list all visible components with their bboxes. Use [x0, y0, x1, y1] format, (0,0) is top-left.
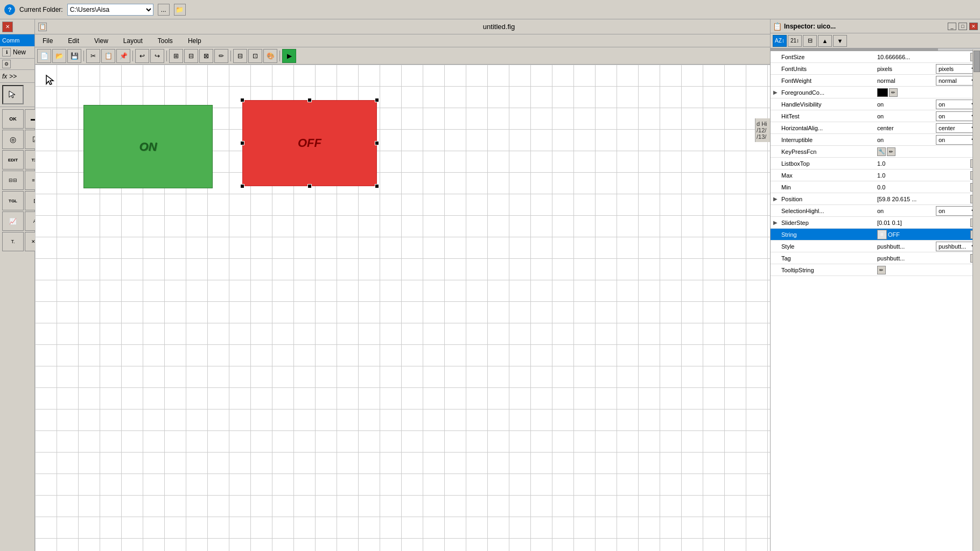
- prop-row-sliderstep[interactable]: ▶SliderStep[0.01 0.1]✏: [771, 217, 980, 229]
- prop-color-box-3[interactable]: [877, 88, 888, 97]
- top-bar: ? Current Folder: C:\Users\Aisa ... 📁: [0, 0, 980, 19]
- paste-btn[interactable]: 📌: [116, 49, 130, 63]
- new-file-btn[interactable]: 📄: [37, 49, 51, 63]
- menu-tools[interactable]: Tools: [155, 36, 176, 46]
- handle-bot-left[interactable]: [240, 184, 244, 188]
- browse-button[interactable]: ...: [158, 4, 170, 16]
- menu-edit[interactable]: Edit: [65, 36, 82, 46]
- canvas-icon[interactable]: 📋: [38, 23, 47, 31]
- folder-path-select[interactable]: C:\Users\Aisa: [67, 4, 153, 16]
- inspector-scrollbar[interactable]: [972, 50, 980, 551]
- grid-btn[interactable]: ⊟: [184, 49, 198, 63]
- right-num-3: /13/: [757, 133, 771, 140]
- prop-row-foregroundco---[interactable]: ▶ForegroundCo...✏: [771, 87, 980, 98]
- on-button[interactable]: ON: [83, 105, 213, 188]
- inspector-maximize-btn[interactable]: □: [958, 23, 967, 30]
- prop-row-string[interactable]: String≡OFF✏: [771, 229, 980, 241]
- radio-tool-btn[interactable]: ◎: [2, 130, 24, 149]
- prop-row-tag[interactable]: Tagpushbutt...✏: [771, 252, 980, 264]
- tab-btn[interactable]: ⊠: [199, 49, 213, 63]
- run-btn[interactable]: ▶: [282, 49, 296, 63]
- off-button-text: OFF: [298, 136, 321, 150]
- off-button[interactable]: OFF: [242, 100, 377, 186]
- snap-btn[interactable]: ⊟: [233, 49, 247, 63]
- textlabel-tool-btn[interactable]: T.: [2, 232, 24, 251]
- prop-row-listboxtop[interactable]: ListboxTop1.0✏: [771, 158, 980, 169]
- color-btn[interactable]: 🎨: [263, 49, 277, 63]
- insp-layout-btn[interactable]: ⊟: [803, 35, 817, 47]
- prop-row-fontunits[interactable]: FontUnitspixelspixels: [771, 63, 980, 75]
- prop-edit-icon-3[interactable]: ✏: [889, 88, 898, 97]
- sidebar-close-button[interactable]: ✕: [2, 22, 13, 32]
- handle-top-left[interactable]: [240, 98, 244, 102]
- menu-file[interactable]: File: [39, 36, 56, 46]
- prop-name-6: HorizontalAlig...: [779, 124, 876, 132]
- insp-props-btn[interactable]: AZ↕: [773, 35, 787, 47]
- prop-row-style[interactable]: Stylepushbutt...pushbutt...: [771, 241, 980, 252]
- handle-bot-right[interactable]: [375, 184, 379, 188]
- inspector-close-btn[interactable]: ✕: [969, 23, 978, 30]
- handle-mid-right[interactable]: [375, 141, 379, 145]
- redo-btn[interactable]: ↪: [150, 49, 164, 63]
- sidebar-gear-icon[interactable]: ⚙: [2, 60, 11, 68]
- help-icon[interactable]: ?: [4, 4, 15, 15]
- inspector-icon: 📋: [773, 22, 782, 31]
- prop-value-area-16: pushbutt...pushbutt...: [876, 241, 980, 252]
- ok-tool-btn[interactable]: OK: [2, 109, 24, 129]
- prop-value-15: OFF: [888, 231, 969, 238]
- prop-row-hittest[interactable]: HitTestonon: [771, 110, 980, 122]
- canvas-title: untitled.fig: [483, 23, 515, 31]
- prop-row-min[interactable]: Min0.0✏: [771, 181, 980, 193]
- cut-btn[interactable]: ✂: [86, 49, 100, 63]
- prop-edit-icon-8[interactable]: ✏: [887, 147, 895, 156]
- cursor-tool-btn[interactable]: [2, 85, 24, 104]
- prop-expand-14[interactable]: ▶: [771, 220, 779, 225]
- prop-expand-12[interactable]: ▶: [771, 196, 779, 202]
- menu-view[interactable]: View: [91, 36, 111, 46]
- edit2-btn[interactable]: ✏: [214, 49, 228, 63]
- menu-help[interactable]: Help: [185, 36, 205, 46]
- prop-row-fontweight[interactable]: FontWeightnormalnormal: [771, 75, 980, 87]
- insp-down-btn[interactable]: ▼: [833, 35, 847, 47]
- fx-bar: fx >>: [0, 70, 34, 83]
- prop-row-position[interactable]: ▶Position[59.8 20.615 ...✏: [771, 193, 980, 205]
- toggle2-tool-btn[interactable]: TGL: [2, 191, 24, 210]
- slider-tool-btn[interactable]: ⊟⊟: [2, 171, 24, 190]
- prop-row-max[interactable]: Max1.0✏: [771, 169, 980, 181]
- prop-row-tooltipstring[interactable]: TooltipString✏: [771, 264, 980, 276]
- scrollbar-thumb[interactable]: [974, 51, 980, 72]
- sidebar-info-icon[interactable]: ℹ: [2, 48, 11, 56]
- inspector-minimize-btn[interactable]: _: [948, 23, 956, 30]
- copy-btn[interactable]: 📋: [101, 49, 115, 63]
- separator-4: [230, 51, 231, 61]
- insp-sort-btn[interactable]: 21↕: [788, 35, 802, 47]
- edit-tool-btn[interactable]: EDIT: [2, 150, 24, 169]
- prop-row-fontsize[interactable]: FontSize10.666666...✏: [771, 51, 980, 63]
- prop-expand-3[interactable]: ▶: [771, 89, 779, 95]
- handle-top-right[interactable]: [375, 98, 379, 102]
- folder-icon-button[interactable]: 📁: [174, 4, 186, 16]
- prop-value-area-0: 10.666666...✏: [876, 52, 980, 62]
- prop-func-icon-8[interactable]: 🔧: [877, 147, 886, 156]
- handle-mid-left[interactable]: [240, 141, 244, 145]
- prop-row-handlevisibility[interactable]: HandleVisibilityonon: [771, 98, 980, 110]
- prop-value-area-3: ✏: [876, 88, 980, 97]
- handle-bot-mid[interactable]: [307, 184, 312, 188]
- insp-up-btn[interactable]: ▲: [818, 35, 832, 47]
- plot-tool-btn[interactable]: 📈: [2, 211, 24, 231]
- open-file-btn[interactable]: 📂: [52, 49, 66, 63]
- align-btn[interactable]: ⊞: [169, 49, 183, 63]
- prop-row-interruptible[interactable]: Interruptibleonon: [771, 134, 980, 146]
- menu-layout[interactable]: Layout: [120, 36, 146, 46]
- menu2-btn[interactable]: ⊡: [248, 49, 262, 63]
- prop-row-horizontalalig---[interactable]: HorizontalAlig...centercenter: [771, 122, 980, 134]
- save-file-btn[interactable]: 💾: [67, 49, 81, 63]
- prop-row-selectionhighl---[interactable]: SelectionHighl...onon: [771, 205, 980, 217]
- prop-row-keypressfcn[interactable]: KeyPressFcn🔧✏: [771, 146, 980, 158]
- prop-edit-icon-18[interactable]: ✏: [877, 266, 886, 274]
- prop-value-area-13: onon: [876, 206, 980, 216]
- handle-top-mid[interactable]: [307, 98, 312, 102]
- prop-list-icon-15[interactable]: ≡: [877, 230, 887, 239]
- prop-value-0: 10.666666...: [877, 54, 969, 60]
- undo-btn[interactable]: ↩: [135, 49, 149, 63]
